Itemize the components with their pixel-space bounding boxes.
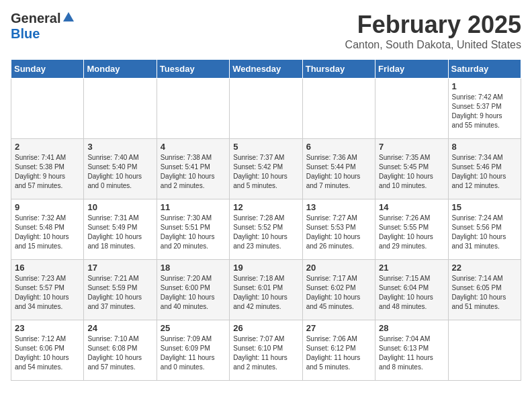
day-info: Sunrise: 7:21 AM Sunset: 5:59 PM Dayligh… bbox=[87, 274, 152, 312]
day-info: Sunrise: 7:23 AM Sunset: 5:57 PM Dayligh… bbox=[15, 274, 80, 312]
calendar-cell: 18Sunrise: 7:20 AM Sunset: 6:00 PM Dayli… bbox=[157, 260, 229, 320]
day-info: Sunrise: 7:06 AM Sunset: 6:12 PM Dayligh… bbox=[306, 334, 371, 372]
day-number: 6 bbox=[306, 142, 371, 152]
day-of-week-header: Thursday bbox=[302, 60, 375, 79]
calendar-cell: 28Sunrise: 7:04 AM Sunset: 6:13 PM Dayli… bbox=[375, 320, 448, 381]
logo-blue-text: Blue bbox=[11, 26, 40, 42]
day-number: 9 bbox=[15, 202, 80, 212]
calendar-cell bbox=[11, 79, 84, 139]
calendar-cell bbox=[375, 79, 448, 139]
calendar-cell: 14Sunrise: 7:26 AM Sunset: 5:55 PM Dayli… bbox=[375, 199, 448, 260]
calendar-week-row: 16Sunrise: 7:23 AM Sunset: 5:57 PM Dayli… bbox=[11, 260, 521, 320]
calendar-cell: 21Sunrise: 7:15 AM Sunset: 6:04 PM Dayli… bbox=[375, 260, 448, 320]
day-of-week-header: Friday bbox=[375, 60, 448, 79]
day-number: 14 bbox=[379, 202, 444, 212]
day-number: 5 bbox=[233, 142, 298, 152]
day-info: Sunrise: 7:28 AM Sunset: 5:52 PM Dayligh… bbox=[233, 214, 298, 251]
calendar-cell bbox=[448, 320, 521, 381]
calendar-week-row: 9Sunrise: 7:32 AM Sunset: 5:48 PM Daylig… bbox=[11, 199, 521, 260]
calendar-cell: 17Sunrise: 7:21 AM Sunset: 5:59 PM Dayli… bbox=[84, 260, 157, 320]
day-info: Sunrise: 7:38 AM Sunset: 5:41 PM Dayligh… bbox=[161, 153, 226, 191]
calendar-cell: 24Sunrise: 7:10 AM Sunset: 6:08 PM Dayli… bbox=[84, 320, 157, 381]
day-number: 10 bbox=[87, 202, 152, 212]
day-number: 21 bbox=[379, 263, 444, 273]
svg-marker-0 bbox=[63, 12, 74, 21]
calendar-cell: 16Sunrise: 7:23 AM Sunset: 5:57 PM Dayli… bbox=[11, 260, 84, 320]
day-info: Sunrise: 7:40 AM Sunset: 5:40 PM Dayligh… bbox=[87, 153, 152, 191]
calendar-cell bbox=[302, 79, 375, 139]
day-of-week-header: Sunday bbox=[11, 60, 84, 79]
calendar-cell: 10Sunrise: 7:31 AM Sunset: 5:49 PM Dayli… bbox=[84, 199, 157, 260]
day-info: Sunrise: 7:32 AM Sunset: 5:48 PM Dayligh… bbox=[15, 214, 80, 251]
calendar-cell: 27Sunrise: 7:06 AM Sunset: 6:12 PM Dayli… bbox=[302, 320, 375, 381]
calendar-cell: 7Sunrise: 7:35 AM Sunset: 5:45 PM Daylig… bbox=[375, 139, 448, 199]
day-info: Sunrise: 7:17 AM Sunset: 6:02 PM Dayligh… bbox=[306, 274, 371, 312]
day-info: Sunrise: 7:26 AM Sunset: 5:55 PM Dayligh… bbox=[379, 214, 444, 251]
calendar-week-row: 2Sunrise: 7:41 AM Sunset: 5:38 PM Daylig… bbox=[11, 139, 521, 199]
calendar-cell: 19Sunrise: 7:18 AM Sunset: 6:01 PM Dayli… bbox=[230, 260, 302, 320]
calendar-week-row: 1Sunrise: 7:42 AM Sunset: 5:37 PM Daylig… bbox=[11, 79, 521, 139]
logo-general-text: General bbox=[11, 11, 60, 26]
day-number: 13 bbox=[306, 202, 371, 212]
day-number: 17 bbox=[87, 263, 152, 273]
day-number: 4 bbox=[161, 142, 226, 152]
calendar-table: SundayMondayTuesdayWednesdayThursdayFrid… bbox=[11, 59, 521, 381]
day-info: Sunrise: 7:36 AM Sunset: 5:44 PM Dayligh… bbox=[306, 153, 371, 191]
location-title: Canton, South Dakota, United States bbox=[345, 39, 521, 51]
day-info: Sunrise: 7:15 AM Sunset: 6:04 PM Dayligh… bbox=[379, 274, 444, 312]
calendar-cell: 5Sunrise: 7:37 AM Sunset: 5:42 PM Daylig… bbox=[230, 139, 302, 199]
day-number: 15 bbox=[452, 202, 517, 212]
title-area: February 2025 Canton, South Dakota, Unit… bbox=[345, 11, 521, 51]
day-info: Sunrise: 7:10 AM Sunset: 6:08 PM Dayligh… bbox=[87, 334, 152, 372]
day-info: Sunrise: 7:07 AM Sunset: 6:10 PM Dayligh… bbox=[233, 334, 298, 372]
day-number: 20 bbox=[306, 263, 371, 273]
day-number: 18 bbox=[161, 263, 226, 273]
logo-icon bbox=[62, 11, 75, 24]
day-info: Sunrise: 7:18 AM Sunset: 6:01 PM Dayligh… bbox=[233, 274, 298, 312]
calendar-cell: 12Sunrise: 7:28 AM Sunset: 5:52 PM Dayli… bbox=[230, 199, 302, 260]
day-of-week-header: Monday bbox=[84, 60, 157, 79]
calendar-cell: 13Sunrise: 7:27 AM Sunset: 5:53 PM Dayli… bbox=[302, 199, 375, 260]
calendar-cell: 25Sunrise: 7:09 AM Sunset: 6:09 PM Dayli… bbox=[157, 320, 229, 381]
calendar-cell: 4Sunrise: 7:38 AM Sunset: 5:41 PM Daylig… bbox=[157, 139, 229, 199]
day-number: 28 bbox=[379, 323, 444, 333]
calendar-cell: 6Sunrise: 7:36 AM Sunset: 5:44 PM Daylig… bbox=[302, 139, 375, 199]
day-number: 22 bbox=[452, 263, 517, 273]
calendar-cell bbox=[84, 79, 157, 139]
day-info: Sunrise: 7:42 AM Sunset: 5:37 PM Dayligh… bbox=[452, 93, 517, 130]
day-number: 26 bbox=[233, 323, 298, 333]
month-title: February 2025 bbox=[345, 11, 521, 39]
day-info: Sunrise: 7:35 AM Sunset: 5:45 PM Dayligh… bbox=[379, 153, 444, 191]
day-number: 12 bbox=[233, 202, 298, 212]
day-of-week-header: Saturday bbox=[448, 60, 521, 79]
day-number: 25 bbox=[161, 323, 226, 333]
day-info: Sunrise: 7:41 AM Sunset: 5:38 PM Dayligh… bbox=[15, 153, 80, 191]
day-number: 7 bbox=[379, 142, 444, 152]
calendar-cell: 2Sunrise: 7:41 AM Sunset: 5:38 PM Daylig… bbox=[11, 139, 84, 199]
day-number: 1 bbox=[452, 81, 517, 91]
day-info: Sunrise: 7:37 AM Sunset: 5:42 PM Dayligh… bbox=[233, 153, 298, 191]
day-info: Sunrise: 7:04 AM Sunset: 6:13 PM Dayligh… bbox=[379, 334, 444, 372]
header: General Blue February 2025 Canton, South… bbox=[11, 11, 521, 51]
calendar-week-row: 23Sunrise: 7:12 AM Sunset: 6:06 PM Dayli… bbox=[11, 320, 521, 381]
day-number: 19 bbox=[233, 263, 298, 273]
calendar-cell: 20Sunrise: 7:17 AM Sunset: 6:02 PM Dayli… bbox=[302, 260, 375, 320]
day-number: 8 bbox=[452, 142, 517, 152]
day-number: 2 bbox=[15, 142, 80, 152]
day-info: Sunrise: 7:09 AM Sunset: 6:09 PM Dayligh… bbox=[161, 334, 226, 372]
day-info: Sunrise: 7:14 AM Sunset: 6:05 PM Dayligh… bbox=[452, 274, 517, 312]
logo: General Blue bbox=[11, 11, 75, 42]
day-info: Sunrise: 7:12 AM Sunset: 6:06 PM Dayligh… bbox=[15, 334, 80, 372]
day-number: 3 bbox=[87, 142, 152, 152]
calendar-cell: 8Sunrise: 7:34 AM Sunset: 5:46 PM Daylig… bbox=[448, 139, 521, 199]
calendar-cell: 23Sunrise: 7:12 AM Sunset: 6:06 PM Dayli… bbox=[11, 320, 84, 381]
day-of-week-header: Wednesday bbox=[230, 60, 302, 79]
day-info: Sunrise: 7:34 AM Sunset: 5:46 PM Dayligh… bbox=[452, 153, 517, 191]
day-number: 23 bbox=[15, 323, 80, 333]
day-of-week-header: Tuesday bbox=[157, 60, 229, 79]
day-number: 27 bbox=[306, 323, 371, 333]
calendar-cell: 1Sunrise: 7:42 AM Sunset: 5:37 PM Daylig… bbox=[448, 79, 521, 139]
day-number: 24 bbox=[87, 323, 152, 333]
calendar-cell bbox=[157, 79, 229, 139]
day-info: Sunrise: 7:30 AM Sunset: 5:51 PM Dayligh… bbox=[161, 214, 226, 251]
